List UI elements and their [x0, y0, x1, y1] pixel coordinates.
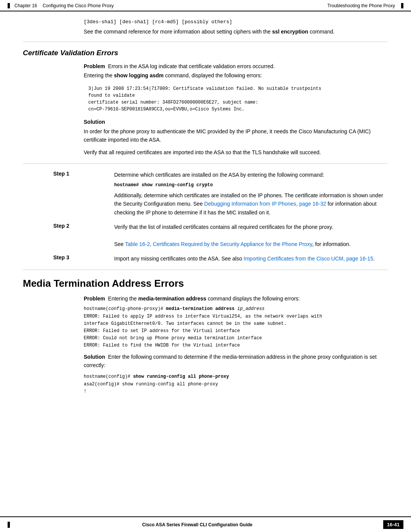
header-right: Troubleshooting the Phone Proxy: [327, 3, 403, 8]
step-3-content: Import any missing certificates onto the…: [114, 254, 388, 263]
chapter-label: Chapter 16: [14, 3, 37, 8]
step-3-container: Step 3 Import any missing certificates o…: [23, 254, 388, 263]
divider-1: [23, 42, 388, 42]
header-right-bar-icon: [401, 3, 403, 8]
step-2-content: Verify that the list of installed certif…: [114, 223, 388, 248]
step-1-text: Determine which certificates are install…: [114, 172, 324, 178]
media-section-heading: Media Termination Address Errors: [23, 278, 388, 289]
step-3-text: Import any missing certificates onto the…: [114, 256, 375, 262]
page-header: Chapter 16 Configuring the Cisco Phone P…: [0, 0, 411, 11]
cert-solution-label: Solution: [84, 119, 388, 125]
step-2-link[interactable]: Table 16-2, Certificates Required by the…: [125, 241, 312, 247]
media-code-line1: hostname(config-phone-proxy)# media-term…: [84, 306, 264, 312]
intro-paragraph: See the command reference for more infor…: [84, 29, 388, 35]
media-problem-block: Problem Entering the media-termination a…: [84, 296, 388, 302]
footer-left: [8, 522, 11, 528]
media-solution-block: Solution Enter the following command to …: [84, 353, 388, 370]
step-2-label: Step 2: [53, 223, 84, 229]
cert-problem-text: Errors in the ASA log indicate that cert…: [108, 63, 275, 69]
chapter-title: Configuring the Cisco Phone Proxy: [43, 3, 114, 8]
cert-problem-label: Problem: [84, 63, 105, 69]
step-1-extra: Additionally, determine which certificat…: [114, 192, 383, 216]
step-2-container: Step 2 Verify that the list of installed…: [23, 223, 388, 248]
step-1-content: Determine which certificates are install…: [114, 171, 388, 217]
step-1-code: hostname# show running-config crypto: [114, 182, 388, 189]
page-footer: Cisco ASA Series Firewall CLI Configurat…: [0, 516, 411, 532]
step-1-container: Step 1 Determine which certificates are …: [23, 171, 388, 217]
media-code-block: hostname(config-phone-proxy)# media-term…: [84, 305, 388, 349]
intro-code-line: [3des-sha1] [des-sha1] [rc4-md5] [possib…: [84, 19, 388, 25]
show-logging-bold: show logging asdm: [114, 72, 164, 78]
cert-problem-intro: Entering the show logging asdm command, …: [84, 72, 388, 78]
step-2-text: Verify that the list of installed certif…: [114, 224, 333, 230]
step-3-label: Step 3: [53, 254, 84, 260]
divider-3: [23, 270, 388, 270]
main-content: [3des-sha1] [des-sha1] [rc4-md5] [possib…: [0, 11, 411, 429]
page-container: Chapter 16 Configuring the Cisco Phone P…: [0, 0, 411, 532]
step-1-label: Step 1: [53, 171, 84, 177]
footer-bar-icon: [8, 522, 10, 528]
step-3-link[interactable]: Importing Certificates from the Cisco UC…: [244, 256, 373, 262]
cert-section-heading: Certificate Validation Errors: [23, 49, 388, 57]
cert-code-block: 3|Jun 19 2008 17:23:54|717009: Certifica…: [84, 82, 388, 116]
step-1-link[interactable]: Debugging Information from IP Phones, pa…: [204, 201, 326, 207]
media-problem-line: Problem Entering the media-termination a…: [84, 296, 388, 302]
step-2-see: See Table 16-2, Certificates Required by…: [114, 241, 350, 247]
cert-problem-line: Problem Errors in the ASA log indicate t…: [84, 63, 388, 69]
media-solution-label: Solution: [84, 354, 105, 360]
media-solution-code-block: hostname(config)# show running-config al…: [84, 373, 388, 395]
media-solution-text: Enter the following command to determine…: [84, 354, 377, 368]
cert-problem-block: Problem Errors in the ASA log indicate t…: [84, 63, 388, 78]
media-problem-label: Problem: [84, 296, 105, 302]
divider-2: [23, 163, 388, 164]
page-number: 16-41: [383, 520, 403, 529]
media-problem-text-post: command displays the following errors:: [206, 296, 300, 302]
cert-solution-para2: Verify that all required certificates ar…: [84, 148, 388, 157]
media-problem-text-pre: Entering the: [108, 296, 138, 302]
media-problem-bold: media-termination address: [138, 296, 206, 302]
intro-bold: ssl encryption: [272, 29, 308, 35]
header-bar-icon: [8, 3, 10, 8]
right-title: Troubleshooting the Phone Proxy: [327, 3, 395, 8]
header-left: Chapter 16 Configuring the Cisco Phone P…: [8, 3, 114, 8]
footer-book-title: Cisco ASA Series Firewall CLI Configurat…: [142, 522, 252, 527]
cert-solution-para1: In order for the phone proxy to authenti…: [84, 127, 388, 144]
